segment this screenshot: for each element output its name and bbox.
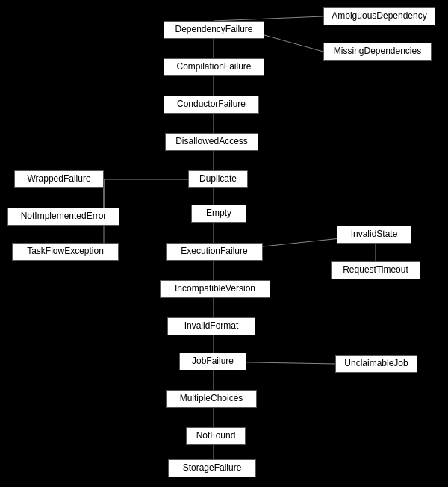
node-notimplementederror[interactable]: NotImplementedError (7, 208, 119, 226)
node-ambiguousdependency[interactable]: AmbiguousDependency (323, 7, 435, 25)
node-incompatibleversion[interactable]: IncompatibleVersion (160, 280, 270, 298)
node-invalidstate[interactable]: InvalidState (337, 226, 411, 244)
node-duplicate[interactable]: Duplicate (188, 170, 248, 188)
node-multiplechoices[interactable]: MultipleChoices (166, 390, 257, 408)
node-notfound[interactable]: NotFound (186, 427, 246, 445)
node-conductorfailure[interactable]: ConductorFailure (164, 96, 259, 114)
node-invalidformat[interactable]: InvalidFormat (167, 317, 255, 335)
node-empty[interactable]: Empty (191, 205, 246, 223)
node-requesttimeout[interactable]: RequestTimeout (331, 261, 420, 279)
node-dependencyfailure[interactable]: DependencyFailure (164, 21, 264, 39)
node-wrappedfailure[interactable]: WrappedFailure (14, 170, 104, 188)
node-unclaimablejob[interactable]: UnclaimableJob (335, 355, 417, 373)
node-disallowedaccess[interactable]: DisallowedAccess (165, 133, 258, 151)
node-missingdependencies[interactable]: MissingDependencies (323, 43, 432, 61)
node-taskflowexception[interactable]: TaskFlowException (12, 243, 119, 261)
node-compilationfailure[interactable]: CompilationFailure (164, 58, 264, 76)
node-storagefailure[interactable]: StorageFailure (168, 459, 256, 477)
node-jobfailure[interactable]: JobFailure (179, 353, 246, 370)
node-executionfailure[interactable]: ExecutionFailure (166, 243, 263, 261)
